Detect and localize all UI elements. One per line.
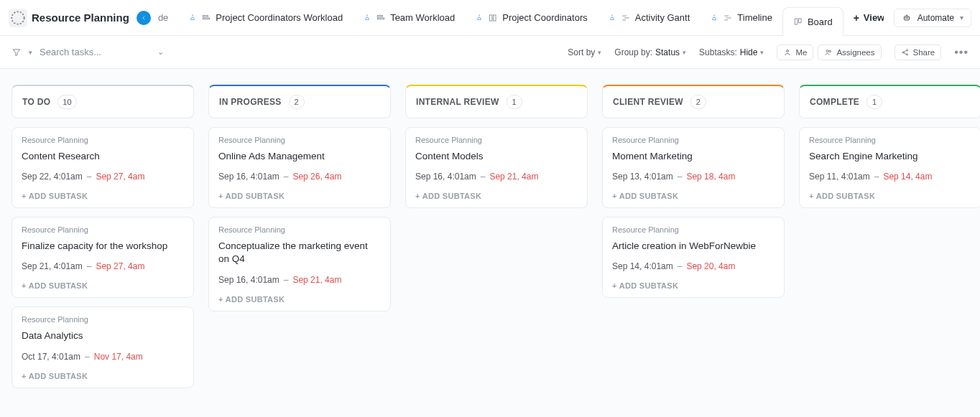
column-header[interactable]: COMPLETE1 [799,85,980,118]
svg-point-24 [906,54,907,55]
add-subtask-button[interactable]: + ADD SUBTASK [612,192,775,200]
view-tab-board[interactable]: Board [782,7,843,36]
column-title: COMPLETE [810,97,859,107]
card-start-date: Sep 16, 4:01am [218,275,279,285]
filter-chevron-icon[interactable]: ▾ [29,49,32,56]
view-tab-timeline[interactable]: Timeline [700,0,782,36]
task-card[interactable]: Resource PlanningContent ModelsSep 16, 4… [405,127,588,208]
assignees-filter-button[interactable]: Assignees [818,44,881,60]
person-icon [783,48,792,57]
add-subtask-button[interactable]: + ADD SUBTASK [612,281,775,290]
card-dates: Sep 21, 4:01am–Sep 27, 4am [22,261,184,271]
card-title[interactable]: Data Analytics [22,329,184,342]
card-due-date: Sep 14, 4am [883,172,932,182]
group-by-dropdown[interactable]: Group by: Status ▾ [614,47,686,57]
task-card[interactable]: Resource PlanningFinalize capacity for t… [11,217,194,298]
sort-by-dropdown[interactable]: Sort by ▾ [568,47,601,57]
card-start-date: Sep 11, 4:01am [809,172,870,182]
task-card[interactable]: Resource PlanningSearch Engine Marketing… [799,127,980,208]
more-options-button[interactable]: ••• [954,46,969,59]
add-subtask-button[interactable]: + ADD SUBTASK [415,192,578,200]
column-header[interactable]: TO DO10 [11,85,194,118]
date-separator: – [284,172,289,182]
task-card[interactable]: Resource PlanningData AnalyticsOct 17, 4… [11,306,194,388]
card-dates: Sep 14, 4:01am–Sep 20, 4am [612,261,775,271]
project-icon [9,9,27,27]
card-title[interactable]: Conceptualize the marketing event on Q4 [218,240,381,266]
view-tab-partial[interactable]: de [155,0,178,36]
svg-rect-13 [795,19,798,24]
add-subtask-button[interactable]: + ADD SUBTASK [809,192,971,200]
view-tab-team-workload[interactable]: Team Workload [353,0,465,36]
date-separator: – [678,261,683,271]
me-filter-button[interactable]: Me [777,44,813,60]
svg-rect-2 [203,18,210,19]
automate-button[interactable]: Automate ▾ [894,9,971,27]
column-header[interactable]: IN PROGRESS2 [208,85,391,118]
task-card[interactable]: Resource PlanningArticle creation in Web… [602,217,785,298]
card-start-date: Sep 13, 4:01am [612,172,673,182]
share-icon [901,48,910,57]
card-start-date: Oct 17, 4:01am [22,352,80,362]
add-subtask-button[interactable]: + ADD SUBTASK [218,192,381,200]
search-expand-chevron-icon[interactable]: ⌄ [157,47,164,57]
toolbar-left: ▾ ⌄ [11,47,164,57]
svg-rect-15 [904,16,909,19]
svg-rect-14 [799,19,802,23]
view-tab-label: Timeline [737,12,772,23]
board-column-internal: INTERNAL REVIEW1Resource PlanningContent… [405,85,588,208]
svg-point-0 [11,11,24,24]
gantt-icon [723,13,733,23]
share-button[interactable]: Share [895,44,942,60]
card-due-date: Nov 17, 4am [94,352,143,362]
card-title[interactable]: Search Engine Marketing [809,150,971,163]
task-card[interactable]: Resource PlanningOnline Ads ManagementSe… [208,127,391,208]
card-title[interactable]: Online Ads Management [218,150,381,163]
task-card[interactable]: Resource PlanningMoment MarketingSep 13,… [602,127,785,208]
view-tab-activity-gantt[interactable]: Activity Gantt [598,0,701,36]
view-tab-pc-workload[interactable]: Project Coordinators Workload [178,0,353,36]
card-project-label: Resource Planning [415,136,578,144]
card-start-date: Sep 14, 4:01am [612,261,673,271]
board-column-inprogress: IN PROGRESS2Resource PlanningOnline Ads … [208,85,391,311]
column-header[interactable]: INTERNAL REVIEW1 [405,85,588,118]
chevron-down-icon: ▾ [683,49,686,56]
card-project-label: Resource Planning [22,225,184,234]
automate-label: Automate [917,13,954,23]
card-title[interactable]: Finalize capacity for the workshop [22,240,184,253]
card-project-label: Resource Planning [218,225,381,234]
svg-rect-1 [203,15,208,17]
column-header[interactable]: CLIENT REVIEW2 [602,85,785,118]
card-title[interactable]: Article creation in WebForNewbie [612,240,775,253]
subtasks-dropdown[interactable]: Subtasks: Hide ▾ [699,47,764,57]
svg-point-21 [829,50,831,52]
card-project-label: Resource Planning [612,136,775,144]
view-tab-pc[interactable]: Project Coordinators [465,0,598,36]
svg-point-20 [826,50,828,52]
view-tab-label: Board [808,17,833,27]
task-card[interactable]: Resource PlanningConceptualize the marke… [208,217,391,311]
search-input[interactable] [40,47,154,57]
date-separator: – [481,172,486,182]
add-view-label: View [864,12,884,23]
column-count: 2 [690,95,706,109]
add-view-button[interactable]: + View [843,0,884,36]
scroll-views-left-button[interactable] [137,11,151,25]
pin-icon [475,14,484,22]
view-tab-label: Team Workload [390,12,455,23]
board-column-complete: COMPLETE1Resource PlanningSearch Engine … [799,85,980,208]
task-card[interactable]: Resource PlanningContent ResearchSep 22,… [11,127,194,208]
project-title: Resource Planning [32,11,129,24]
add-subtask-button[interactable]: + ADD SUBTASK [22,192,184,200]
filter-icon[interactable] [11,47,22,57]
card-title[interactable]: Content Research [22,150,184,163]
card-title[interactable]: Content Models [415,150,578,163]
card-title[interactable]: Moment Marketing [612,150,775,163]
group-label: Group by: [614,47,652,57]
date-separator: – [87,172,92,182]
share-label: Share [913,48,935,57]
add-subtask-button[interactable]: + ADD SUBTASK [218,295,381,304]
add-subtask-button[interactable]: + ADD SUBTASK [22,372,184,380]
card-due-date: Sep 27, 4am [96,261,144,271]
add-subtask-button[interactable]: + ADD SUBTASK [22,281,184,290]
